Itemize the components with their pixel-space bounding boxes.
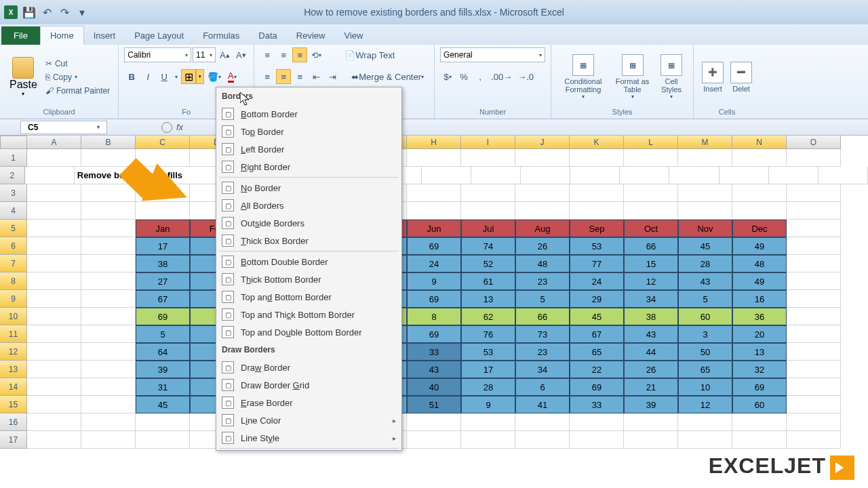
menu-item[interactable]: ▢Right Border [216,158,401,176]
column-header[interactable]: I [461,136,515,149]
row-header[interactable]: 2 [0,167,25,184]
cell[interactable] [27,308,81,325]
tab-review[interactable]: Review [287,26,335,45]
cell[interactable] [732,431,787,449]
cell[interactable]: 28 [678,255,732,272]
cell[interactable] [570,431,624,449]
column-header[interactable]: M [678,136,732,149]
redo-icon[interactable]: ↷ [57,5,72,20]
cell[interactable] [407,431,461,449]
cell[interactable] [81,272,136,290]
cell[interactable] [25,167,75,184]
cell[interactable]: 39 [136,361,190,378]
cell[interactable]: 48 [732,255,787,272]
cut-button[interactable]: ✂Cut [43,58,113,70]
tab-view[interactable]: View [334,26,372,45]
cell[interactable]: Nov [678,220,732,237]
cell[interactable]: 69 [136,308,190,325]
cell[interactable] [678,184,732,202]
cell[interactable]: 33 [570,396,624,413]
cell[interactable]: 43 [624,325,678,343]
cell[interactable] [787,290,841,308]
cell[interactable]: 76 [461,325,515,343]
tab-page-layout[interactable]: Page Layout [125,26,193,45]
menu-item[interactable]: ▢Draw Border [216,359,401,376]
cell[interactable]: 5 [515,290,570,308]
cell[interactable] [515,413,570,431]
italic-button[interactable]: I [140,69,155,84]
cell[interactable] [769,167,818,184]
cell[interactable] [136,413,190,431]
cell[interactable]: 24 [407,255,461,272]
align-left-button[interactable]: ≡ [260,69,275,84]
cell[interactable] [624,431,678,449]
cell[interactable] [515,431,570,449]
cell[interactable]: 29 [570,290,624,308]
row-header[interactable]: 9 [0,290,27,308]
cell[interactable] [570,184,624,202]
cell[interactable] [81,149,136,167]
menu-item[interactable]: ▢Top and Thick Bottom Border [216,306,401,323]
cell[interactable]: 60 [732,396,787,413]
cell[interactable]: Jun [407,220,461,237]
cell[interactable] [27,378,81,396]
cell[interactable] [787,343,841,361]
cell[interactable] [787,272,841,290]
cell[interactable]: 23 [515,272,570,290]
cell[interactable]: 32 [732,361,787,378]
cell[interactable]: 26 [515,237,570,255]
cell[interactable] [678,431,732,449]
borders-button[interactable]: ⊞ ▾ [181,69,204,84]
cell[interactable]: 36 [732,308,787,325]
cell[interactable]: 41 [515,396,570,413]
cell[interactable] [81,255,136,272]
row-header[interactable]: 16 [0,413,27,431]
menu-item[interactable]: ▢Top Border [216,123,401,140]
cell[interactable] [27,220,81,237]
cell[interactable]: 12 [624,272,678,290]
fx-insert-icon[interactable] [161,122,172,133]
row-header[interactable]: 12 [0,343,27,361]
cell[interactable]: 69 [407,290,461,308]
cell[interactable]: 9 [461,396,515,413]
column-header[interactable]: L [624,136,678,149]
increase-decimal-button[interactable]: .00→ [489,69,514,84]
borders-dropdown-arrow[interactable]: ▾ [196,69,204,84]
cell[interactable] [81,361,136,378]
column-header[interactable]: H [407,136,461,149]
format-as-table-button[interactable]: ▦Format as Table▾ [611,53,654,101]
tab-insert[interactable]: Insert [84,26,125,45]
cell[interactable] [27,184,81,202]
merge-center-button[interactable]: ⬌ Merge & Center ▾ [347,69,429,84]
cell[interactable]: 23 [515,343,570,361]
tab-home[interactable]: Home [40,26,84,45]
cell[interactable]: 39 [624,396,678,413]
cell[interactable] [515,184,570,202]
cell[interactable]: 40 [407,378,461,396]
row-header[interactable]: 3 [0,184,27,202]
font-color-button[interactable]: A▾ [224,69,239,84]
cell[interactable] [624,149,678,167]
cell[interactable] [624,413,678,431]
align-middle-button[interactable]: ≡ [276,47,291,62]
select-all-corner[interactable] [0,136,27,149]
cell[interactable]: 69 [570,378,624,396]
cell[interactable] [515,202,570,220]
cell[interactable] [471,167,521,184]
cell[interactable]: 9 [407,272,461,290]
cell[interactable]: 74 [461,237,515,255]
cell[interactable]: 66 [624,237,678,255]
cell[interactable]: 69 [407,325,461,343]
row-header[interactable]: 5 [0,220,27,237]
cell[interactable] [81,202,136,220]
row-header[interactable]: 10 [0,308,27,325]
cell[interactable] [27,431,81,449]
row-header[interactable]: 15 [0,396,27,413]
cell[interactable] [27,413,81,431]
cell[interactable]: 15 [624,255,678,272]
menu-item[interactable]: ▢Top and Bottom Border [216,288,401,306]
cell[interactable] [461,184,515,202]
cell[interactable] [136,149,190,167]
menu-item[interactable]: ▢No Border [216,179,401,197]
save-icon[interactable]: 💾 [22,5,37,20]
